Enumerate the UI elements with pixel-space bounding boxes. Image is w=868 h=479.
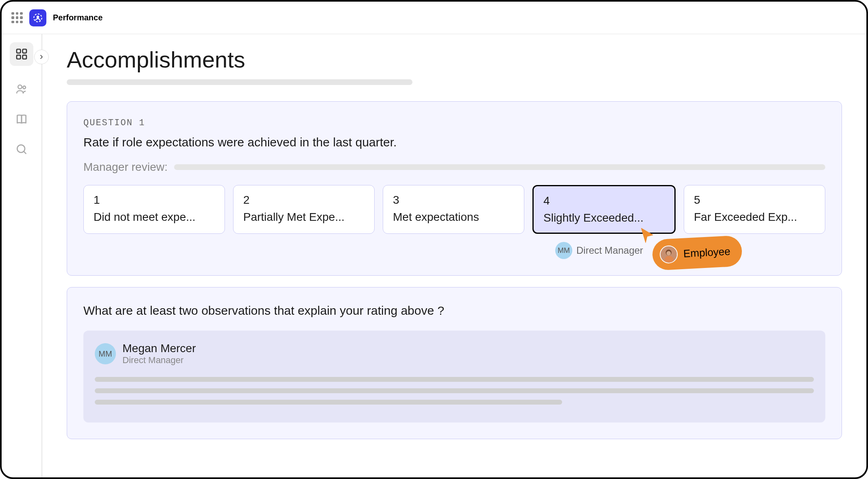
svg-point-7 bbox=[23, 86, 26, 89]
response-line-placeholder bbox=[95, 388, 814, 393]
svg-rect-5 bbox=[23, 55, 26, 59]
rating-option-4[interactable]: 4 Slightly Exceeded... bbox=[532, 185, 676, 234]
sidebar bbox=[2, 34, 42, 477]
responder-name: Megan Mercer bbox=[122, 342, 196, 355]
sidebar-item-dashboard[interactable] bbox=[10, 42, 33, 66]
sidebar-item-search[interactable] bbox=[15, 142, 28, 156]
rating-text: Partially Met Expe... bbox=[243, 211, 364, 224]
review-label-row: Manager review: bbox=[83, 161, 825, 174]
svg-rect-4 bbox=[17, 55, 20, 59]
app-window: Performance bbox=[0, 0, 868, 479]
rating-number: 1 bbox=[94, 194, 215, 207]
sidebar-item-book[interactable] bbox=[15, 112, 28, 126]
responder-row: MM Megan Mercer Direct Manager bbox=[95, 342, 814, 366]
response-line-placeholder bbox=[95, 377, 814, 382]
rating-text: Far Exceeded Exp... bbox=[694, 211, 815, 224]
employee-cursor-pill: Employee bbox=[652, 235, 742, 270]
rating-option-5[interactable]: 5 Far Exceeded Exp... bbox=[684, 185, 825, 234]
app-title: Performance bbox=[53, 13, 103, 22]
app-logo-icon[interactable] bbox=[29, 9, 46, 26]
rating-text: Did not meet expe... bbox=[94, 211, 215, 224]
employee-cursor-icon bbox=[640, 227, 655, 245]
responder-role: Direct Manager bbox=[122, 355, 196, 366]
responder-info: Megan Mercer Direct Manager bbox=[122, 342, 196, 366]
content-area: Accomplishments QUESTION 1 Rate if role … bbox=[42, 34, 866, 477]
top-header: Performance bbox=[2, 2, 866, 34]
rating-text: Slightly Exceeded... bbox=[543, 211, 665, 224]
review-placeholder-bar bbox=[174, 164, 825, 170]
rating-number: 3 bbox=[393, 194, 514, 207]
svg-rect-3 bbox=[23, 49, 26, 53]
rating-option-1[interactable]: 1 Did not meet expe... bbox=[83, 185, 225, 234]
question-label: QUESTION 1 bbox=[83, 118, 825, 128]
employee-label: Employee bbox=[683, 245, 731, 260]
rating-number: 2 bbox=[243, 194, 364, 207]
review-label: Manager review: bbox=[83, 161, 168, 174]
question-text: Rate if role expectations were achieved … bbox=[83, 135, 825, 149]
svg-rect-2 bbox=[17, 49, 20, 53]
manager-label: Direct Manager bbox=[576, 245, 643, 256]
rating-text: Met expectations bbox=[393, 211, 514, 224]
subtitle-placeholder bbox=[67, 79, 412, 85]
svg-point-1 bbox=[37, 15, 39, 18]
response-line-placeholder bbox=[95, 400, 562, 405]
rating-option-3[interactable]: 3 Met expectations bbox=[383, 185, 524, 234]
manager-avatar: MM bbox=[555, 242, 572, 259]
rating-number: 4 bbox=[543, 194, 665, 207]
rating-options: 1 Did not meet expe... 2 Partially Met E… bbox=[83, 185, 825, 234]
sidebar-expand-button[interactable] bbox=[34, 50, 49, 64]
employee-avatar-icon bbox=[659, 245, 678, 264]
sidebar-item-people[interactable] bbox=[15, 82, 28, 96]
rating-option-2[interactable]: 2 Partially Met Expe... bbox=[233, 185, 375, 234]
apps-grid-icon[interactable] bbox=[11, 12, 23, 24]
observation-question: What are at least two observations that … bbox=[83, 304, 825, 318]
responder-avatar: MM bbox=[95, 343, 116, 364]
rating-number: 5 bbox=[694, 194, 815, 207]
observation-card: What are at least two observations that … bbox=[67, 287, 842, 439]
response-box: MM Megan Mercer Direct Manager bbox=[83, 331, 825, 422]
page-title: Accomplishments bbox=[67, 46, 842, 73]
svg-point-6 bbox=[18, 85, 22, 89]
